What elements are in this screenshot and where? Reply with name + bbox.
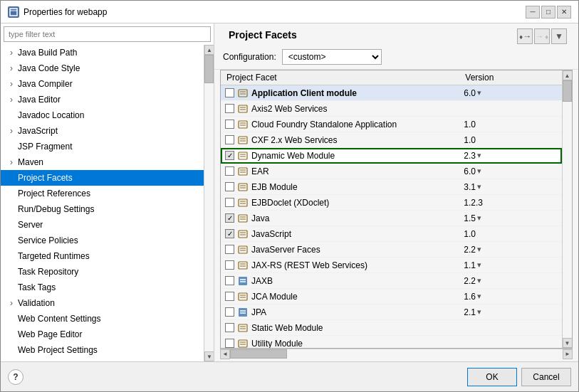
version-dropdown-dynamic-web[interactable]: ▾ <box>477 151 481 160</box>
sidebar-item-service-policies[interactable]: Service Policies <box>1 233 204 248</box>
facet-checkbox-static-web[interactable] <box>225 323 234 332</box>
facet-row-jaxb[interactable]: JAXB2.2 ▾ <box>221 273 562 289</box>
facet-row-cloud-foundry[interactable]: Cloud Foundry Standalone Application1.0 <box>221 117 562 132</box>
facets-tbody: Application Client module6.0 ▾Axis2 Web … <box>221 85 562 349</box>
sidebar-item-javascript[interactable]: JavaScript <box>1 123 204 139</box>
scroll-up-arrow[interactable]: ▲ <box>204 45 214 55</box>
facet-row-cxf[interactable]: CXF 2.x Web Services1.0 <box>221 132 562 148</box>
sidebar-item-run-debug-settings[interactable]: Run/Debug Settings <box>1 201 204 217</box>
help-button[interactable]: ? <box>8 369 24 385</box>
sidebar-item-java-code-style[interactable]: Java Code Style <box>1 60 204 76</box>
right-scroll-down[interactable]: ▼ <box>563 338 573 348</box>
right-scroll-up[interactable]: ▲ <box>563 70 573 80</box>
facet-checkbox-cxf[interactable] <box>225 135 234 144</box>
facet-checkbox-jpa[interactable] <box>225 307 234 317</box>
facet-checkbox-ejb[interactable] <box>225 182 234 191</box>
nav-dropdown-button[interactable]: ▼ <box>551 28 567 44</box>
facet-checkbox-app-client[interactable] <box>225 88 234 97</box>
facet-row-jsf[interactable]: JavaServer Faces2.2 ▾ <box>221 242 562 258</box>
facet-row-dynamic-web[interactable]: Dynamic Web Module2.3 ▾ <box>221 148 562 164</box>
right-scroll-thumb[interactable] <box>563 80 572 102</box>
facet-checkbox-dynamic-web[interactable] <box>225 151 234 160</box>
facet-row-ejbdoclet[interactable]: EJBDoclet (XDoclet)1.2.3 <box>221 195 562 211</box>
version-dropdown-ear[interactable]: ▾ <box>477 166 481 176</box>
facet-checkbox-axis2[interactable] <box>225 104 234 113</box>
facet-row-app-client[interactable]: Application Client module6.0 ▾ <box>221 85 562 101</box>
facet-checkbox-jsf[interactable] <box>225 245 234 254</box>
facet-checkbox-cloud-foundry[interactable] <box>225 120 234 129</box>
version-dropdown-jpa[interactable]: ▾ <box>477 307 481 317</box>
filter-input[interactable] <box>4 26 211 42</box>
hscroll-right[interactable]: ► <box>563 349 573 359</box>
facet-row-ejb[interactable]: EJB Module3.1 ▾ <box>221 179 562 195</box>
facet-checkbox-jax-rs[interactable] <box>225 260 234 270</box>
facet-checkbox-java[interactable] <box>225 213 234 223</box>
left-scrollbar-v[interactable]: ▲ ▼ <box>204 45 214 361</box>
facet-checkbox-jaxb[interactable] <box>225 276 234 285</box>
maximize-button[interactable]: □ <box>541 6 555 18</box>
sidebar-item-jsp-fragment[interactable]: JSP Fragment <box>1 139 204 154</box>
sidebar-item-web-project-settings[interactable]: Web Project Settings <box>1 342 204 358</box>
sidebar-item-java-build-path[interactable]: Java Build Path <box>1 45 204 60</box>
facet-row-javascript[interactable]: JavaScript1.0 <box>221 226 562 242</box>
facet-row-java[interactable]: Java1.5 ▾ <box>221 211 562 226</box>
svg-rect-50 <box>239 340 247 347</box>
version-dropdown-ejb[interactable]: ▾ <box>477 182 481 191</box>
nav-back-button[interactable]: ⬧→ <box>517 28 533 44</box>
sidebar-item-project-facets[interactable]: Project Facets <box>1 170 204 186</box>
right-scrollbar-h[interactable]: ◄ ► <box>220 349 573 359</box>
sidebar-item-javadoc-location[interactable]: Javadoc Location <box>1 107 204 123</box>
facet-checkbox-jca[interactable] <box>225 292 234 301</box>
sidebar-item-project-references[interactable]: Project References <box>1 186 204 201</box>
expand-icon-java-build-path[interactable] <box>6 48 16 58</box>
facet-icon-javascript <box>237 228 249 240</box>
ok-button[interactable]: OK <box>467 368 517 386</box>
sidebar-item-task-repository[interactable]: Task Repository <box>1 264 204 280</box>
facet-checkbox-javascript[interactable] <box>225 229 234 238</box>
version-dropdown-jsf[interactable]: ▾ <box>477 245 481 254</box>
expand-icon-java-editor[interactable] <box>6 95 16 105</box>
right-scrollbar-v[interactable]: ▲ ▼ <box>562 70 572 348</box>
hscroll-left[interactable]: ◄ <box>220 349 230 359</box>
expand-icon-java-code-style[interactable] <box>6 63 16 73</box>
scroll-down-arrow[interactable]: ▼ <box>204 351 214 361</box>
hscroll-thumb[interactable] <box>230 349 287 359</box>
facet-checkbox-ejbdoclet[interactable] <box>225 198 234 207</box>
version-value-jsf: 2.2 <box>464 245 476 255</box>
expand-icon-java-compiler[interactable] <box>6 79 16 89</box>
sidebar-item-validation[interactable]: Validation <box>1 295 204 311</box>
sidebar-item-java-editor[interactable]: Java Editor <box>1 92 204 107</box>
expand-icon-validation[interactable] <box>6 298 16 308</box>
facet-row-jca[interactable]: JCA Module1.6 ▾ <box>221 289 562 304</box>
sidebar-item-maven[interactable]: Maven <box>1 154 204 170</box>
version-dropdown-jca[interactable]: ▾ <box>477 292 481 301</box>
facet-checkbox-ear[interactable] <box>225 166 234 176</box>
facet-label-jpa: JPA <box>251 307 266 317</box>
scroll-thumb[interactable] <box>204 55 214 83</box>
sidebar-item-java-compiler[interactable]: Java Compiler <box>1 76 204 92</box>
nav-forward-button[interactable]: →⬧ <box>534 28 550 44</box>
sidebar-item-web-page-editor[interactable]: Web Page Editor <box>1 327 204 342</box>
facet-row-axis2[interactable]: Axis2 Web Services <box>221 101 562 117</box>
version-dropdown-java[interactable]: ▾ <box>477 213 481 223</box>
config-select[interactable]: <custom> <box>282 49 382 65</box>
facet-row-ear[interactable]: EAR6.0 ▾ <box>221 164 562 179</box>
sidebar-item-web-content-settings[interactable]: Web Content Settings <box>1 311 204 327</box>
sidebar-item-task-tags[interactable]: Task Tags <box>1 280 204 295</box>
sidebar-item-targeted-runtimes[interactable]: Targeted Runtimes <box>1 248 204 264</box>
version-dropdown-jaxb[interactable]: ▾ <box>477 276 481 285</box>
facet-checkbox-utility[interactable] <box>225 339 234 348</box>
close-button[interactable]: ✕ <box>557 6 571 18</box>
facet-row-jpa[interactable]: JPA2.1 ▾ <box>221 304 562 320</box>
expand-icon-javascript[interactable] <box>6 126 16 136</box>
version-dropdown-app-client[interactable]: ▾ <box>477 88 481 97</box>
minimize-button[interactable]: ─ <box>526 6 540 18</box>
facet-row-utility[interactable]: Utility Module <box>221 336 562 349</box>
facet-row-jax-rs[interactable]: JAX-RS (REST Web Services)1.1 ▾ <box>221 258 562 273</box>
expand-icon-maven[interactable] <box>6 157 16 167</box>
facet-version-jax-rs: 1.1 ▾ <box>459 258 562 273</box>
facet-row-static-web[interactable]: Static Web Module <box>221 320 562 336</box>
sidebar-item-server[interactable]: Server <box>1 217 204 233</box>
cancel-button[interactable]: Cancel <box>521 368 571 386</box>
version-dropdown-jax-rs[interactable]: ▾ <box>477 260 481 270</box>
